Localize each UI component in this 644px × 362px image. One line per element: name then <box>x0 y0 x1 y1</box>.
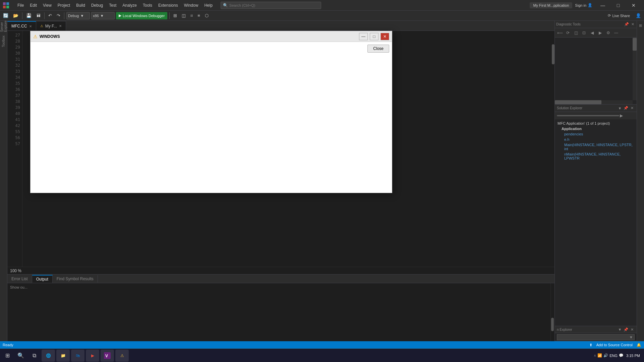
tab-my-first[interactable]: ⚠ My F... ✕ <box>36 21 66 31</box>
tray-lang[interactable]: ENG <box>609 354 618 358</box>
sign-in-button[interactable]: Sign in 👤 <box>575 3 592 7</box>
diag-btn-3[interactable]: ◫ <box>572 29 580 37</box>
start-debugging-button[interactable]: ▶ Local Windows Debugger <box>116 12 167 19</box>
diag-btn-1[interactable]: ⟵ <box>556 29 564 37</box>
toolbar-extra-4[interactable]: ≡ <box>196 12 202 19</box>
toolbar-extra-2[interactable]: ◫ <box>180 12 187 19</box>
tray-volume[interactable]: 🔊 <box>603 353 608 358</box>
toolbar-extra-1[interactable]: ⊞ <box>172 12 179 19</box>
tray-notification[interactable]: 💬 <box>619 353 624 358</box>
modal-close-button[interactable]: ✕ <box>380 33 389 40</box>
solution-tree-item[interactable]: Main(HINSTANCE, HINSTANCE, LPSTR, int <box>558 142 634 152</box>
diag-close-button[interactable]: ✕ <box>630 22 635 27</box>
clock[interactable]: 3:15 PM <box>626 354 640 358</box>
tab-mfc-close[interactable]: ✕ <box>29 24 32 28</box>
save-button[interactable]: 💾 <box>24 12 33 19</box>
modal-maximize-button[interactable]: □ <box>370 33 378 40</box>
exp-expand-button[interactable]: ▼ <box>617 327 623 332</box>
tray-chevron[interactable]: ∧ <box>594 354 596 357</box>
save-all-button[interactable]: 🖬 <box>35 12 42 19</box>
diag-btn-8[interactable]: — <box>612 29 620 37</box>
menu-item-extensions[interactable]: Extensions <box>156 2 181 9</box>
taskbar-warning[interactable]: ⚠ <box>115 350 129 362</box>
menu-item-file[interactable]: File <box>15 2 26 9</box>
redo-button[interactable]: ↷ <box>55 12 62 19</box>
diag-h-scrollbar[interactable] <box>555 100 633 104</box>
sol-pin-button[interactable]: 📌 <box>623 106 629 111</box>
menu-item-test[interactable]: Test <box>106 2 119 9</box>
taskbar-edge[interactable]: 🌐 <box>42 350 55 362</box>
undo-button[interactable]: ↶ <box>47 12 54 19</box>
project-name[interactable]: My First M...pplication <box>530 2 572 8</box>
taskbar-store[interactable]: 🛍 <box>71 350 84 362</box>
output-scrollbar-thumb[interactable] <box>551 318 554 331</box>
account-button[interactable]: 👤 <box>634 12 643 19</box>
menu-item-analyze[interactable]: Analyze <box>120 2 139 9</box>
exp-pin-button[interactable]: 📌 <box>623 327 629 332</box>
diag-btn-6[interactable]: ▶ <box>596 29 604 37</box>
new-file-button[interactable]: 🔄 <box>1 12 10 19</box>
open-file-button[interactable]: 📂 <box>11 12 20 19</box>
line-number: 33 <box>9 68 20 74</box>
right-sidebar-icon-1[interactable]: ⊞ <box>638 22 643 29</box>
start-button[interactable]: ⊞ <box>1 350 13 362</box>
diag-btn-7[interactable]: ⚙ <box>604 29 612 37</box>
minimize-button[interactable]: — <box>595 0 610 11</box>
taskbar-search[interactable]: 🔍 <box>15 350 27 362</box>
notification-icon[interactable]: 🔔 <box>637 343 641 347</box>
source-control-label[interactable]: Add to Source Control <box>596 343 633 347</box>
output-scrollbar[interactable] <box>550 283 554 341</box>
menu-item-build[interactable]: Build <box>73 2 88 9</box>
sidebar-server-explorer[interactable]: Server Explorer <box>0 22 7 29</box>
menu-item-view[interactable]: View <box>40 2 54 9</box>
menu-bar[interactable]: FileEditViewProjectBuildDebugTestAnalyze… <box>15 2 215 9</box>
toolbar-extra-5[interactable]: ⬡ <box>203 12 210 19</box>
task-view-button[interactable]: ⧉ <box>28 350 40 362</box>
diag-h-scrollbar-thumb[interactable] <box>555 100 601 104</box>
live-share-button[interactable]: ⟳ Live Share <box>605 12 633 19</box>
tray-network[interactable]: 📶 <box>597 353 602 358</box>
modal-close-action-button[interactable]: Close <box>367 45 389 53</box>
error-list-tab[interactable]: Error List <box>7 275 32 283</box>
taskbar-vs[interactable]: V <box>101 350 114 362</box>
diag-pin-button[interactable]: 📌 <box>624 22 629 27</box>
solution-tree-item[interactable]: nMain(HINSTANCE, HINSTANCE, LPWSTR <box>558 152 634 161</box>
diag-v-scrollbar[interactable] <box>633 38 637 100</box>
menu-item-tools[interactable]: Tools <box>140 2 155 9</box>
search-input[interactable] <box>229 3 319 7</box>
solution-tree-item[interactable]: pendencies <box>558 131 634 137</box>
menu-item-debug[interactable]: Debug <box>89 2 106 9</box>
maximize-button[interactable]: □ <box>610 0 626 11</box>
debug-config-dropdown[interactable]: Debug ▼ <box>66 12 90 19</box>
platform-dropdown[interactable]: x86 ▼ <box>91 12 115 19</box>
sol-expand-button[interactable]: ▼ <box>617 106 623 111</box>
scrollbar-thumb[interactable] <box>552 44 554 64</box>
diag-btn-2[interactable]: ⟳ <box>564 29 572 37</box>
menu-item-project[interactable]: Project <box>55 2 73 9</box>
sidebar-toolbox[interactable]: Toolbox <box>0 38 7 45</box>
sol-scroll-right[interactable]: ▶ <box>620 113 623 118</box>
output-tab[interactable]: Output <box>32 275 53 283</box>
diag-btn-4[interactable]: ⊡ <box>580 29 588 37</box>
sol-app-label[interactable]: Application <box>558 126 634 131</box>
toolbar-extra-3[interactable]: ⌗ <box>189 12 194 19</box>
search-bar[interactable]: 🔍 <box>221 2 321 9</box>
menu-item-window[interactable]: Window <box>181 2 201 9</box>
find-symbol-tab[interactable]: Find Symbol Results <box>53 275 98 283</box>
menu-item-help[interactable]: Help <box>201 2 215 9</box>
editor-scrollbar[interactable] <box>550 31 554 267</box>
solution-tree-item[interactable]: e.h <box>558 137 634 142</box>
sol-close-button[interactable]: ✕ <box>629 106 635 111</box>
exp-close-button[interactable]: ✕ <box>629 327 635 332</box>
window-close-button[interactable]: ✕ <box>626 0 641 11</box>
taskbar-file-explorer[interactable]: 📁 <box>56 350 70 362</box>
diag-v-scrollbar-thumb[interactable] <box>633 38 637 50</box>
taskbar-media[interactable]: ▶ <box>86 350 99 362</box>
tab-mfc-cc[interactable]: MFC.CC ✕ <box>7 21 36 31</box>
modal-minimize-button[interactable]: — <box>359 33 368 40</box>
menu-item-edit[interactable]: Edit <box>27 2 40 9</box>
explorer-dropdown[interactable]: ▼ <box>557 334 635 340</box>
tab-my-first-close[interactable]: ✕ <box>59 24 62 28</box>
tab-warning-icon: ⚠ <box>40 24 43 28</box>
diag-btn-5[interactable]: ◀ <box>588 29 596 37</box>
